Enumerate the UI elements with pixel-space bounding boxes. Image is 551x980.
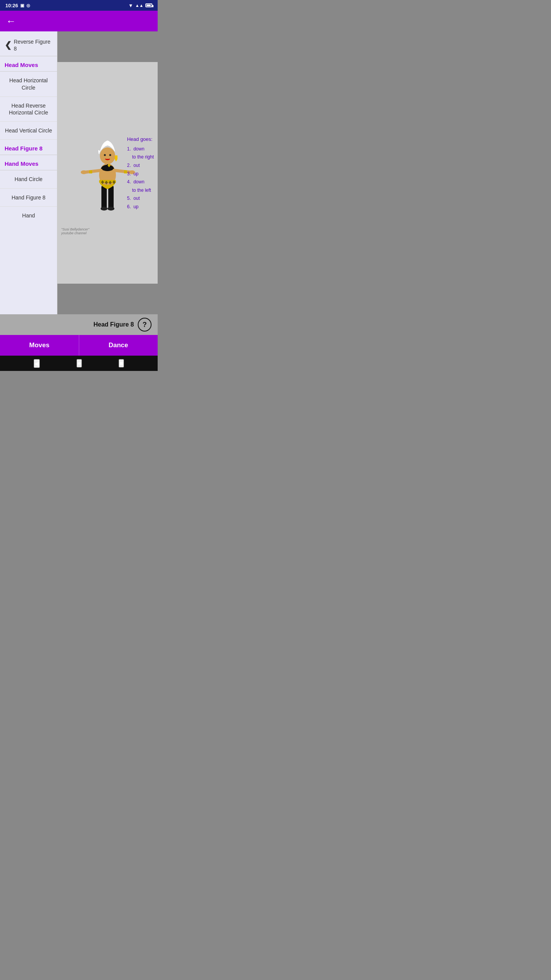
svg-marker-22 <box>115 159 117 162</box>
sidebar-item-head-vertical-circle[interactable]: Head Vertical Circle <box>0 122 57 140</box>
instructions-overlay: Head goes: 1. down to the right 2. out 3… <box>127 134 154 211</box>
svg-point-20 <box>109 154 111 156</box>
at-icon: ◎ <box>26 3 30 8</box>
android-home-button[interactable]: ● <box>77 359 82 368</box>
wifi-icon: ▼ <box>128 3 133 8</box>
sidebar-item-hand-circle[interactable]: Hand Circle <box>0 170 57 188</box>
content-bottom-gray <box>57 284 158 314</box>
instruction-step-1b: to the right <box>127 153 154 162</box>
tab-moves[interactable]: Moves <box>0 335 79 356</box>
watermark: "Susi Bellydancer"youtube channel <box>61 227 89 235</box>
svg-point-3 <box>101 207 108 211</box>
sidebar-back-chevron: ❮ <box>5 40 11 50</box>
svg-rect-1 <box>101 186 107 209</box>
svg-rect-2 <box>108 186 114 209</box>
status-time: 10:26 <box>5 3 18 8</box>
android-nav-bar: ◀ ● ■ <box>0 356 158 371</box>
status-bar-left: 10:26 ▣ ◎ <box>5 3 30 8</box>
instruction-step-3: 3. up <box>127 170 154 178</box>
content-image-area: Head goes: 1. down to the right 2. out 3… <box>57 62 158 284</box>
info-bar-label: Head Figure 8 <box>93 321 134 328</box>
svg-point-4 <box>108 207 114 211</box>
svg-point-19 <box>104 154 106 156</box>
sidebar-item-hand-figure-8[interactable]: Hand Figure 8 <box>0 189 57 207</box>
sidebar-item-hand-partial[interactable]: Hand <box>0 207 57 224</box>
help-button[interactable]: ? <box>138 318 152 332</box>
bottom-nav: Moves Dance <box>0 335 158 356</box>
content-area: Head goes: 1. down to the right 2. out 3… <box>57 31 158 314</box>
instruction-step-4: 4. down <box>127 178 154 186</box>
instruction-step-5: 5. out <box>127 194 154 203</box>
battery-icon <box>145 3 152 7</box>
content-top-gray <box>57 31 158 62</box>
instruction-step-6: 6. up <box>127 203 154 211</box>
sidebar-item-head-horizontal-circle[interactable]: Head Horizontal Circle <box>0 72 57 96</box>
main-layout: ❮ Reverse Figure 8 Head Moves Head Horiz… <box>0 31 158 314</box>
signal-icon: ▲▲ <box>135 3 143 8</box>
svg-rect-16 <box>124 170 127 173</box>
android-back-button[interactable]: ◀ <box>34 359 40 368</box>
sidebar-category-hand-moves: Hand Moves <box>0 155 57 170</box>
app-bar-back-button[interactable]: ← <box>6 16 16 26</box>
instruction-step-4b: to the left <box>127 186 154 195</box>
sidebar: ❮ Reverse Figure 8 Head Moves Head Horiz… <box>0 31 57 314</box>
svg-point-18 <box>100 147 115 164</box>
sim-icon: ▣ <box>20 3 24 8</box>
app-bar: ← <box>0 11 158 31</box>
instruction-step-2: 2. out <box>127 162 154 170</box>
status-bar-right: ▼ ▲▲ <box>128 3 152 8</box>
status-bar: 10:26 ▣ ◎ ▼ ▲▲ <box>0 0 158 11</box>
sidebar-back-item[interactable]: ❮ Reverse Figure 8 <box>0 31 57 56</box>
info-bar: Head Figure 8 ? <box>0 314 158 335</box>
tab-dance[interactable]: Dance <box>79 335 158 356</box>
sidebar-category-head-moves: Head Moves <box>0 56 57 72</box>
svg-rect-15 <box>89 170 92 173</box>
sidebar-item-head-reverse-horizontal-circle[interactable]: Head Reverse Horizontal Circle <box>0 97 57 122</box>
instruction-step-1: 1. down <box>127 145 154 154</box>
android-recent-button[interactable]: ■ <box>119 359 124 368</box>
svg-line-11 <box>85 170 101 172</box>
dancer-illustration-container: Head goes: 1. down to the right 2. out 3… <box>57 108 158 238</box>
sidebar-back-label: Reverse Figure 8 <box>14 38 52 52</box>
sidebar-item-head-figure-8[interactable]: Head Figure 8 <box>0 140 57 155</box>
instructions-title: Head goes: <box>127 134 154 143</box>
svg-rect-21 <box>115 155 117 159</box>
svg-point-13 <box>81 170 87 174</box>
